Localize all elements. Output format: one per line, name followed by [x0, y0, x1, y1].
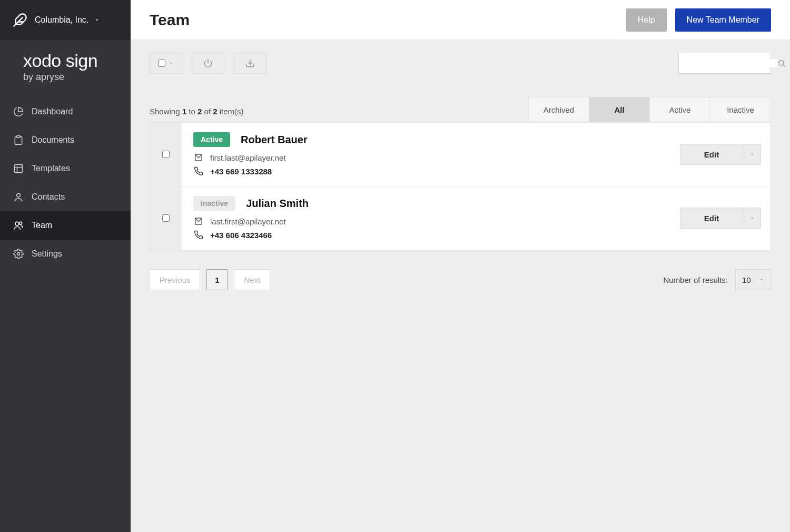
sidebar-item-dashboard[interactable]: Dashboard — [0, 97, 131, 126]
nav: Dashboard Documents Templates Contacts — [0, 97, 131, 268]
sidebar-item-label: Dashboard — [32, 107, 73, 116]
pagination: Previous 1 Next Number of results: 10 — [150, 269, 771, 290]
results-count-label: Number of results: — [663, 275, 728, 284]
brand: xodo sign by apryse — [0, 40, 131, 97]
sidebar-item-contacts[interactable]: Contacts — [0, 183, 131, 211]
member-phone: +43 606 4323466 — [210, 231, 272, 240]
sidebar-item-templates[interactable]: Templates — [0, 154, 131, 183]
sidebar: Columbia, Inc. xodo sign by apryse Dashb… — [0, 0, 131, 532]
member-email: last.first@apilayer.net — [210, 217, 286, 226]
member-phone: +43 669 1333288 — [210, 167, 272, 176]
search-box[interactable] — [678, 53, 771, 74]
edit-split-button: Edit — [680, 144, 761, 165]
main: Team Help New Team Member — [131, 0, 790, 532]
content: Showing 1 to 2 of 2 item(s) Archived All… — [131, 40, 790, 532]
gear-icon — [13, 248, 24, 260]
member-email-line: last.first@apilayer.net — [193, 216, 668, 226]
member-phone-line: +43 669 1333288 — [193, 166, 668, 176]
search-input[interactable] — [685, 59, 777, 67]
results-per-page-select[interactable]: 10 — [735, 269, 771, 290]
new-team-member-button[interactable]: New Team Member — [675, 8, 771, 32]
phone-icon — [193, 230, 204, 240]
tab-inactive[interactable]: Inactive — [710, 97, 771, 122]
chevron-down-icon — [759, 277, 764, 282]
sidebar-item-label: Documents — [32, 135, 74, 145]
team-icon — [13, 220, 24, 231]
sidebar-item-documents[interactable]: Documents — [0, 126, 131, 154]
tab-active[interactable]: Active — [649, 97, 710, 122]
edit-split-button: Edit — [680, 208, 761, 229]
page-title: Team — [150, 11, 190, 29]
svg-rect-2 — [17, 136, 21, 137]
sidebar-item-label: Contacts — [32, 192, 65, 202]
product-byline: by apryse — [23, 72, 118, 83]
download-button[interactable] — [234, 53, 266, 74]
showing-text: Showing 1 to 2 of 2 item(s) — [150, 107, 243, 122]
sidebar-item-settings[interactable]: Settings — [0, 240, 131, 268]
row-checkbox[interactable] — [162, 151, 170, 158]
row-checkbox-cell — [150, 186, 182, 250]
feather-icon — [13, 13, 27, 27]
select-all-checkbox[interactable] — [158, 60, 165, 67]
toolbar — [150, 53, 771, 74]
tab-archived[interactable]: Archived — [528, 97, 589, 122]
member-email-line: first.last@apilayer.net — [193, 152, 668, 163]
org-name: Columbia, Inc. — [35, 15, 88, 25]
member-name: Julian Smith — [246, 198, 309, 210]
sidebar-item-label: Team — [32, 221, 52, 230]
edit-button[interactable]: Edit — [680, 208, 743, 229]
select-all-button[interactable] — [150, 53, 182, 74]
svg-point-6 — [17, 193, 21, 197]
page-number-button[interactable]: 1 — [206, 269, 228, 290]
chevron-down-icon — [94, 17, 100, 23]
pie-chart-icon — [13, 106, 24, 117]
results-per-page-value: 10 — [742, 275, 751, 284]
edit-dropdown-button[interactable] — [743, 144, 761, 165]
svg-point-9 — [17, 253, 20, 255]
svg-rect-3 — [15, 165, 23, 173]
product-name: xodo sign — [23, 52, 118, 70]
status-badge: Inactive — [193, 196, 235, 211]
svg-point-12 — [779, 61, 784, 65]
row-checkbox[interactable] — [162, 214, 170, 222]
contacts-icon — [13, 191, 24, 203]
mail-icon — [193, 216, 204, 226]
edit-dropdown-button[interactable] — [743, 208, 761, 229]
phone-icon — [193, 166, 204, 176]
tab-all[interactable]: All — [589, 97, 650, 122]
results-header: Showing 1 to 2 of 2 item(s) Archived All… — [150, 97, 771, 122]
org-switcher[interactable]: Columbia, Inc. — [0, 0, 131, 40]
member-list: Active Robert Bauer first.last@apilayer.… — [150, 122, 771, 250]
sidebar-item-team[interactable]: Team — [0, 211, 131, 240]
help-button[interactable]: Help — [626, 8, 667, 32]
templates-icon — [13, 163, 24, 174]
svg-point-7 — [15, 222, 19, 225]
search-icon — [777, 59, 786, 67]
edit-button[interactable]: Edit — [680, 144, 743, 165]
row-checkbox-cell — [150, 123, 182, 186]
member-name: Robert Bauer — [241, 134, 308, 146]
member-email: first.last@apilayer.net — [210, 153, 286, 162]
sidebar-item-label: Settings — [32, 249, 62, 259]
member-phone-line: +43 606 4323466 — [193, 230, 668, 240]
header: Team Help New Team Member — [131, 0, 790, 40]
mail-icon — [193, 152, 204, 163]
member-row: Inactive Julian Smith last.first@apilaye… — [150, 186, 771, 250]
svg-point-8 — [19, 222, 22, 224]
next-button[interactable]: Next — [234, 269, 270, 290]
power-button[interactable] — [192, 53, 224, 74]
sidebar-item-label: Templates — [32, 164, 70, 173]
member-row: Active Robert Bauer first.last@apilayer.… — [150, 123, 771, 186]
status-badge: Active — [193, 132, 230, 147]
prev-button[interactable]: Previous — [150, 269, 200, 290]
documents-icon — [13, 134, 24, 146]
svg-line-13 — [783, 65, 785, 66]
filter-tabs: Archived All Active Inactive — [529, 97, 771, 122]
